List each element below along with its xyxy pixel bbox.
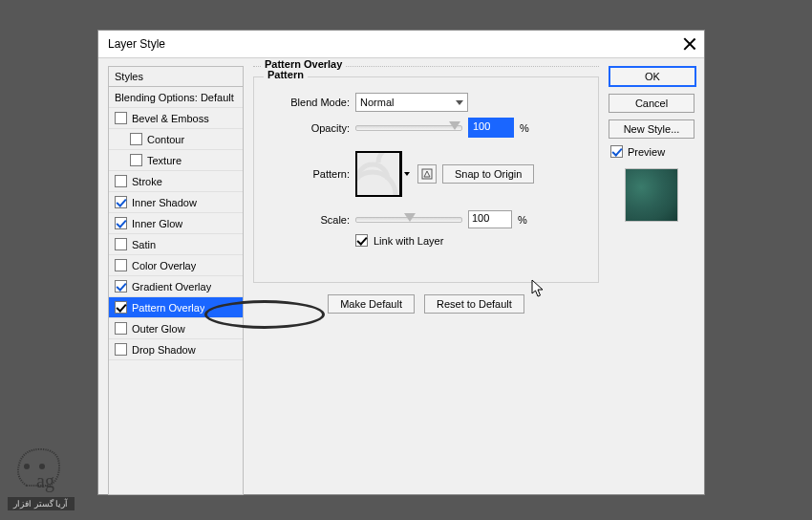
pattern-dropdown[interactable]: [401, 151, 412, 197]
watermark: ag آریا گستر افزار: [8, 442, 75, 512]
create-preset-icon[interactable]: [417, 164, 437, 184]
opacity-slider[interactable]: [355, 125, 462, 131]
style-item-label: Stroke: [132, 176, 162, 187]
blending-options-item[interactable]: Blending Options: Default: [109, 87, 243, 108]
style-item-checkbox[interactable]: [115, 343, 127, 356]
svg-text:ag: ag: [36, 470, 54, 492]
row-link: Link with Layer: [355, 234, 588, 247]
snap-to-origin-button[interactable]: Snap to Origin: [442, 164, 534, 184]
opacity-input[interactable]: 100: [468, 118, 514, 138]
style-item-outer-glow[interactable]: Outer Glow: [109, 318, 243, 339]
preview-label: Preview: [628, 146, 665, 158]
reset-default-button[interactable]: Reset to Default: [424, 294, 524, 314]
chevron-down-icon: [456, 100, 463, 105]
style-item-contour[interactable]: Contour: [109, 129, 243, 150]
style-item-color-overlay[interactable]: Color Overlay: [109, 255, 243, 276]
style-item-label: Contour: [147, 134, 184, 145]
ok-button[interactable]: OK: [609, 66, 696, 87]
style-item-checkbox[interactable]: [115, 259, 127, 271]
cancel-button[interactable]: Cancel: [609, 94, 694, 113]
preview-thumbnail: [625, 168, 678, 222]
style-item-checkbox[interactable]: [115, 217, 127, 229]
style-item-inner-glow[interactable]: Inner Glow: [109, 213, 243, 234]
style-item-inner-shadow[interactable]: Inner Shadow: [109, 192, 243, 213]
svg-point-0: [24, 464, 30, 469]
preview-checkbox[interactable]: [610, 145, 623, 158]
style-item-gradient-overlay[interactable]: Gradient Overlay: [109, 276, 243, 297]
style-item-label: Bevel & Emboss: [132, 113, 209, 124]
style-item-texture[interactable]: Texture: [109, 150, 243, 171]
pattern-picker[interactable]: [355, 151, 412, 197]
title-text: Layer Style: [108, 37, 683, 51]
style-item-label: Color Overlay: [132, 260, 196, 271]
style-item-checkbox[interactable]: [115, 112, 127, 124]
svg-text:آریا گستر افزار: آریا گستر افزار: [12, 498, 68, 509]
style-item-label: Inner Shadow: [132, 197, 197, 208]
scale-slider[interactable]: [355, 217, 462, 223]
style-item-label: Gradient Overlay: [132, 281, 211, 292]
style-item-checkbox[interactable]: [115, 322, 127, 335]
style-item-checkbox[interactable]: [115, 238, 127, 250]
blend-mode-select[interactable]: Normal: [355, 93, 468, 112]
svg-point-1: [39, 464, 45, 469]
right-panel: OK Cancel New Style... Preview: [609, 66, 694, 486]
scale-label: Scale:: [264, 214, 350, 226]
group-title-inner: Pattern: [264, 69, 308, 80]
style-item-label: Outer Glow: [132, 323, 185, 335]
center-panel: Pattern Overlay Pattern Blend Mode: Norm…: [253, 66, 599, 486]
row-pattern: Pattern:: [264, 151, 588, 197]
style-item-label: Pattern Overlay: [132, 302, 204, 314]
style-item-checkbox[interactable]: [130, 154, 142, 166]
pattern-swatch: [355, 151, 401, 197]
link-with-layer-checkbox[interactable]: [355, 234, 368, 247]
style-item-pattern-overlay[interactable]: Pattern Overlay: [109, 297, 243, 318]
group-pattern: Pattern Blend Mode: Normal Opacity:: [253, 76, 599, 283]
new-style-button[interactable]: New Style...: [609, 119, 694, 139]
pattern-label: Pattern:: [264, 168, 350, 180]
styles-header[interactable]: Styles: [108, 66, 244, 86]
style-item-satin[interactable]: Satin: [109, 234, 243, 255]
layer-style-dialog: Layer Style Styles Blending Options: Def…: [97, 30, 705, 495]
style-item-label: Texture: [147, 155, 182, 166]
style-item-checkbox[interactable]: [115, 280, 127, 292]
style-item-bevel-emboss[interactable]: Bevel & Emboss: [109, 108, 243, 129]
style-item-checkbox[interactable]: [115, 301, 127, 314]
preview-row: Preview: [609, 145, 694, 158]
style-item-drop-shadow[interactable]: Drop Shadow: [109, 339, 243, 360]
style-item-stroke[interactable]: Stroke: [109, 171, 243, 192]
scale-input[interactable]: 100: [468, 210, 512, 228]
group-pattern-overlay: Pattern Overlay Pattern Blend Mode: Norm…: [253, 66, 599, 499]
opacity-label: Opacity:: [264, 122, 350, 134]
row-blend-mode: Blend Mode: Normal: [264, 93, 588, 112]
row-scale: Scale: 100 %: [264, 210, 588, 228]
row-opacity: Opacity: 100 %: [264, 118, 588, 138]
style-item-label: Drop Shadow: [132, 344, 196, 356]
style-item-label: Inner Glow: [132, 218, 182, 229]
styles-panel: Styles Blending Options: Default Bevel &…: [108, 66, 244, 486]
titlebar: Layer Style: [98, 31, 704, 58]
blend-mode-label: Blend Mode:: [264, 97, 350, 108]
style-item-checkbox[interactable]: [115, 175, 127, 187]
make-default-button[interactable]: Make Default: [328, 294, 415, 314]
row-defaults: Make Default Reset to Default: [253, 294, 599, 314]
style-item-checkbox[interactable]: [130, 133, 142, 145]
style-item-checkbox[interactable]: [115, 196, 127, 208]
style-item-label: Satin: [132, 239, 156, 250]
close-icon[interactable]: [683, 37, 696, 51]
link-with-layer-label: Link with Layer: [374, 235, 443, 247]
styles-list: Blending Options: Default Bevel & Emboss…: [108, 86, 244, 495]
